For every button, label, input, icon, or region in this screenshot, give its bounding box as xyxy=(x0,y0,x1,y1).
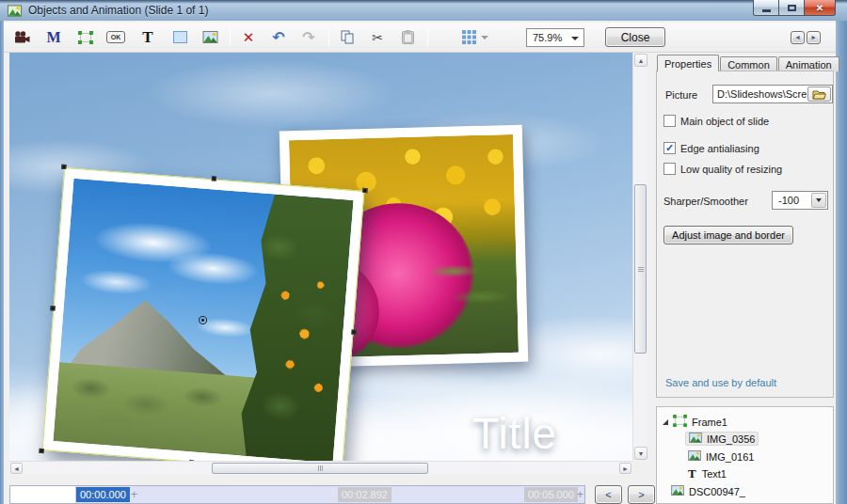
scroll-down-button[interactable]: ▼ xyxy=(634,447,647,460)
toolbar-separator xyxy=(427,28,428,46)
low-quality-label: Low quality of resizing xyxy=(680,164,782,175)
horizontal-scroll-thumb[interactable] xyxy=(212,463,428,474)
text-icon: T xyxy=(688,466,696,481)
close-editor-button[interactable]: Close xyxy=(605,27,665,47)
resize-handle-nw[interactable] xyxy=(61,165,66,169)
toolbar: M OK T ✕ ↶ ↷ ✂ 75.9% Close ◂ xyxy=(4,23,836,53)
close-window-button[interactable]: ✕ xyxy=(805,0,836,16)
image-icon xyxy=(202,31,218,43)
add-keyframe-icon[interactable]: + xyxy=(131,487,137,502)
keyframe-end[interactable]: 00:05.000 xyxy=(524,487,578,502)
tree-item-text1[interactable]: T Text1 xyxy=(688,465,727,481)
close-icon: ✕ xyxy=(816,3,823,13)
ok-button-icon: OK xyxy=(106,31,125,43)
objects-and-animation-window: Objects and Animation (Slide 1 of 1) ✕ M… xyxy=(0,0,847,504)
scroll-left-button[interactable]: ◄ xyxy=(10,463,23,474)
low-quality-checkbox[interactable] xyxy=(663,163,676,175)
add-button-object-button[interactable]: OK xyxy=(105,27,126,48)
toolbar-separator xyxy=(328,28,329,46)
video-camera-icon xyxy=(14,31,30,44)
delete-object-button[interactable]: ✕ xyxy=(238,27,259,48)
browse-button[interactable] xyxy=(807,87,831,102)
zoom-select[interactable]: 75.9% xyxy=(526,28,584,47)
tab-animation[interactable]: Animation xyxy=(778,56,839,71)
scroll-up-button[interactable]: ▲ xyxy=(634,54,647,67)
minimize-icon xyxy=(762,9,771,12)
copy-button[interactable] xyxy=(337,27,358,48)
undo-button[interactable]: ↶ xyxy=(268,27,289,48)
redo-icon: ↷ xyxy=(302,28,314,46)
sharper-smoother-select[interactable]: -100 xyxy=(772,191,828,210)
redo-button[interactable]: ↷ xyxy=(298,27,319,48)
next-slide-button[interactable]: ▸ xyxy=(807,31,821,44)
main-object-label: Main object of slide xyxy=(680,116,769,127)
tree-item-dsc00947[interactable]: DSC00947_ xyxy=(671,483,745,499)
mask-icon: M xyxy=(46,29,60,46)
save-default-link[interactable]: Save and use by default xyxy=(665,377,776,388)
dropdown-button[interactable] xyxy=(811,193,826,208)
keyframe-timeline[interactable]: 00:00.000 + 00:02.892 00:05.000 + xyxy=(9,485,585,504)
main-object-checkbox[interactable] xyxy=(663,115,676,127)
prev-slide-button[interactable]: ◂ xyxy=(791,31,805,44)
text-icon: T xyxy=(142,28,152,47)
cut-button[interactable]: ✂ xyxy=(367,27,388,48)
grid-settings-button[interactable] xyxy=(458,27,479,48)
timeline-prev-button[interactable]: < xyxy=(595,485,622,504)
add-rectangle-button[interactable] xyxy=(169,27,190,48)
tab-properties[interactable]: Properties xyxy=(657,55,719,71)
folder-open-icon xyxy=(812,89,826,100)
edge-antialiasing-checkbox[interactable]: ✓ xyxy=(663,142,676,154)
resize-handle-ne[interactable] xyxy=(362,188,367,193)
add-video-button[interactable] xyxy=(11,27,32,48)
tree-item-img0161[interactable]: IMG_0161 xyxy=(688,449,754,465)
resize-handle-e[interactable] xyxy=(351,329,356,334)
vertical-scroll-thumb[interactable] xyxy=(634,184,647,354)
chevron-down-icon xyxy=(571,37,579,40)
minimize-button[interactable] xyxy=(753,0,779,16)
scroll-right-button[interactable]: ► xyxy=(619,463,631,474)
arrow-up-icon: ▲ xyxy=(638,57,645,64)
grid-icon xyxy=(462,30,476,44)
window-title: Objects and Animation (Slide 1 of 1) xyxy=(28,0,208,21)
add-text-button[interactable]: T xyxy=(137,27,158,48)
add-keyframe-icon[interactable]: + xyxy=(577,487,583,502)
undo-icon: ↶ xyxy=(272,28,284,46)
photo-object-img0356-selected[interactable] xyxy=(42,167,365,461)
keyframe-mid[interactable]: 00:02.892 xyxy=(338,487,392,502)
add-image-button[interactable] xyxy=(200,27,220,48)
tree-item-label: IMG_0161 xyxy=(706,451,754,463)
tree-expander-icon[interactable] xyxy=(663,419,668,425)
arrow-down-icon: ▼ xyxy=(638,450,645,457)
timeline-lead-segment xyxy=(10,486,76,503)
canvas-vertical-scrollbar[interactable]: ▲ ▼ xyxy=(632,53,647,461)
frame-icon xyxy=(78,31,93,44)
resize-handle-sw[interactable] xyxy=(39,449,43,453)
timeline-next-button[interactable]: > xyxy=(628,485,655,504)
maximize-icon xyxy=(788,5,796,11)
tree-item-frame1[interactable]: Frame1 xyxy=(663,414,727,430)
maximize-button[interactable] xyxy=(779,0,805,16)
add-mask-button[interactable]: M xyxy=(43,27,64,48)
edge-antialiasing-label: Edge antialiasing xyxy=(680,143,759,154)
add-frame-button[interactable] xyxy=(75,27,96,48)
tree-item-img0356[interactable]: IMG_0356 xyxy=(685,431,759,447)
slide-canvas[interactable]: Title xyxy=(9,53,632,461)
scissors-icon: ✂ xyxy=(372,30,383,45)
chevron-down-icon xyxy=(816,198,822,202)
tree-item-label: DSC00947_ xyxy=(689,486,745,497)
tree-item-label: Text1 xyxy=(702,468,727,480)
frame-icon xyxy=(673,415,687,429)
sharper-smoother-label: Sharper/Smoother xyxy=(663,196,748,207)
adjust-image-button[interactable]: Adjust image and border xyxy=(663,226,793,244)
toolbar-separator xyxy=(230,28,231,46)
canvas-horizontal-scrollbar[interactable]: ◄ ► xyxy=(9,461,632,475)
keyframe-start[interactable]: 00:00.000 xyxy=(76,487,130,502)
title-text-object[interactable]: Title xyxy=(472,408,557,459)
paste-button[interactable] xyxy=(397,27,418,48)
tab-common[interactable]: Common xyxy=(720,56,777,71)
arrow-left-icon: ◄ xyxy=(13,465,20,472)
titlebar[interactable]: Objects and Animation (Slide 1 of 1) ✕ xyxy=(0,0,847,21)
grid-dropdown-arrow-icon[interactable] xyxy=(481,36,488,39)
resize-handle-n[interactable] xyxy=(212,176,216,181)
resize-handle-w[interactable] xyxy=(50,306,55,310)
